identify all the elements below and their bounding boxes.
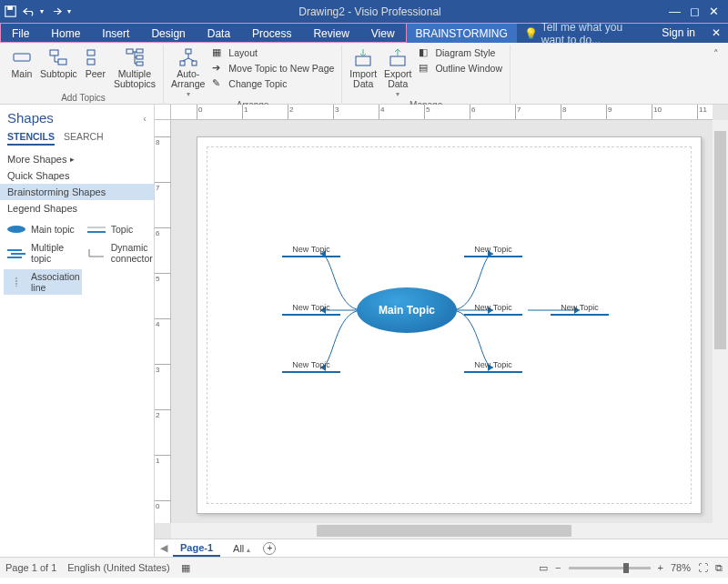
scrollbar-horizontal[interactable] bbox=[171, 523, 713, 539]
prev-page-icon[interactable]: ◀ bbox=[160, 542, 167, 554]
tab-process[interactable]: Process bbox=[241, 24, 302, 43]
ribbon-close-icon[interactable]: ✕ bbox=[704, 24, 728, 43]
main-topic-shape-icon bbox=[5, 224, 27, 235]
association-line-shape-icon bbox=[5, 277, 27, 287]
collapse-pane-icon[interactable]: ‹ bbox=[143, 113, 147, 124]
zoom-in-icon[interactable]: + bbox=[658, 562, 663, 573]
diagram-style-button[interactable]: ◧Diagram Style bbox=[417, 45, 504, 60]
shape-main-topic[interactable]: Main topic bbox=[4, 222, 82, 237]
import-icon bbox=[352, 46, 374, 68]
peer-icon bbox=[85, 46, 106, 68]
minimize-icon[interactable]: — bbox=[669, 5, 681, 18]
tab-data[interactable]: Data bbox=[197, 24, 241, 43]
maximize-icon[interactable]: ◻ bbox=[690, 5, 700, 18]
tab-insert[interactable]: Insert bbox=[91, 24, 140, 43]
redo-icon[interactable] bbox=[49, 5, 62, 18]
export-data-button[interactable]: Export Data ▾ bbox=[382, 45, 413, 100]
tab-design[interactable]: Design bbox=[140, 24, 196, 43]
auto-arrange-icon bbox=[177, 46, 199, 68]
search-tab[interactable]: SEARCH bbox=[64, 131, 104, 146]
more-shapes[interactable]: More Shapes▸ bbox=[0, 151, 154, 167]
undo-dropdown-icon[interactable]: ▾ bbox=[40, 7, 44, 15]
zoom-slider[interactable] bbox=[569, 567, 651, 569]
topic-node[interactable]: New Topic bbox=[284, 245, 339, 254]
page-tab-all[interactable]: All ▴ bbox=[226, 541, 258, 556]
svg-rect-12 bbox=[180, 61, 185, 65]
collapse-ribbon-icon[interactable]: ˄ bbox=[708, 45, 724, 64]
zoom-slider-thumb[interactable] bbox=[623, 563, 629, 573]
page-tab-1[interactable]: Page-1 bbox=[173, 540, 220, 557]
layout-icon: ▦ bbox=[212, 46, 225, 59]
ruler-vertical: 876543210 bbox=[155, 120, 171, 523]
fit-page-icon[interactable]: ⛶ bbox=[698, 562, 708, 573]
svg-rect-13 bbox=[192, 61, 197, 65]
scrollbar-vertical[interactable] bbox=[713, 120, 728, 523]
group-add-topics: Main Subtopic Peer Multiple Subtopics Ad… bbox=[4, 45, 164, 105]
topic-node[interactable]: New Topic bbox=[466, 245, 521, 254]
change-topic-button[interactable]: ✎Change Topic bbox=[210, 76, 336, 91]
macro-icon[interactable]: ▦ bbox=[181, 562, 190, 574]
svg-rect-8 bbox=[136, 49, 143, 53]
ruler-horizontal: 01234567891011 bbox=[171, 105, 713, 120]
svg-rect-10 bbox=[136, 62, 143, 65]
topic-shape-icon bbox=[86, 224, 107, 235]
mindmap-diagram: Main Topic New TopicNew TopicNew TopicNe… bbox=[197, 137, 701, 513]
export-icon bbox=[387, 46, 409, 68]
topic-node[interactable]: New Topic bbox=[552, 303, 607, 312]
window-title: Drawing2 - Visio Professional bbox=[71, 5, 669, 18]
tab-brainstorming[interactable]: BRAINSTORMING bbox=[407, 24, 517, 43]
svg-rect-3 bbox=[50, 50, 58, 55]
close-window-icon[interactable]: ✕ bbox=[709, 5, 719, 18]
peer-button[interactable]: Peer bbox=[83, 45, 108, 81]
main-topic-icon bbox=[11, 46, 33, 68]
stencils-tab[interactable]: STENCILS bbox=[7, 131, 55, 146]
multiple-topic-shape-icon bbox=[5, 247, 27, 258]
tab-review[interactable]: Review bbox=[302, 24, 359, 43]
ruler-corner bbox=[155, 105, 171, 120]
svg-rect-5 bbox=[87, 50, 95, 55]
main-button[interactable]: Main bbox=[9, 45, 35, 81]
canvas[interactable]: 01234567891011 876543210 bbox=[155, 105, 728, 539]
import-data-button[interactable]: Import Data bbox=[348, 45, 379, 91]
topic-underline bbox=[464, 256, 522, 257]
topic-node[interactable]: New Topic bbox=[466, 360, 521, 369]
multiple-subtopics-button[interactable]: Multiple Subtopics bbox=[112, 45, 157, 91]
topic-node[interactable]: New Topic bbox=[284, 303, 339, 312]
tab-view[interactable]: View bbox=[360, 24, 406, 43]
quick-shapes-cat[interactable]: Quick Shapes bbox=[0, 167, 154, 184]
move-icon: ➔ bbox=[212, 62, 225, 75]
outline-window-button[interactable]: ▤Outline Window bbox=[417, 60, 504, 76]
svg-point-16 bbox=[7, 226, 25, 233]
shape-multiple-topic[interactable]: Multiple topic bbox=[4, 240, 82, 266]
add-page-button[interactable]: + bbox=[263, 542, 276, 555]
shape-dynamic-connector[interactable]: Dynamic connector bbox=[84, 240, 155, 266]
switch-windows-icon[interactable]: ⧉ bbox=[715, 562, 723, 574]
language[interactable]: English (United States) bbox=[67, 562, 170, 573]
scrollbar-thumb[interactable] bbox=[714, 131, 726, 349]
legend-shapes-cat[interactable]: Legend Shapes bbox=[0, 200, 154, 216]
save-icon[interactable] bbox=[4, 5, 16, 18]
subtopic-button[interactable]: Subtopic bbox=[38, 45, 79, 81]
shape-topic[interactable]: Topic bbox=[84, 222, 155, 237]
zoom-level[interactable]: 78% bbox=[671, 562, 691, 573]
scrollbar-thumb[interactable] bbox=[317, 525, 571, 537]
undo-icon[interactable] bbox=[22, 5, 35, 18]
topic-node[interactable]: New Topic bbox=[284, 360, 339, 369]
auto-arrange-button[interactable]: Auto- Arrange ▾ bbox=[169, 45, 207, 100]
tab-file[interactable]: File bbox=[1, 24, 40, 43]
tell-me-search[interactable]: 💡 Tell me what you want to do... bbox=[517, 24, 653, 43]
layout-button[interactable]: ▦Layout bbox=[210, 45, 336, 60]
zoom-out-icon[interactable]: − bbox=[555, 562, 561, 573]
main-topic-shape[interactable]: Main Topic bbox=[357, 287, 457, 333]
shapes-title: Shapes ‹ bbox=[0, 110, 154, 129]
drawing-page[interactable]: Main Topic New TopicNew TopicNew TopicNe… bbox=[197, 136, 702, 514]
topic-node[interactable]: New Topic bbox=[466, 303, 521, 312]
move-topic-button[interactable]: ➔Move Topic to New Page bbox=[210, 60, 336, 76]
brainstorming-shapes-cat[interactable]: Brainstorming Shapes bbox=[0, 184, 154, 200]
presentation-icon[interactable]: ▭ bbox=[539, 562, 548, 574]
topic-underline bbox=[282, 256, 340, 257]
chevron-down-icon: ▾ bbox=[187, 90, 190, 98]
tab-home[interactable]: Home bbox=[40, 24, 91, 43]
shape-association-line[interactable]: Association line bbox=[4, 269, 82, 295]
signin-link[interactable]: Sign in bbox=[652, 24, 704, 43]
